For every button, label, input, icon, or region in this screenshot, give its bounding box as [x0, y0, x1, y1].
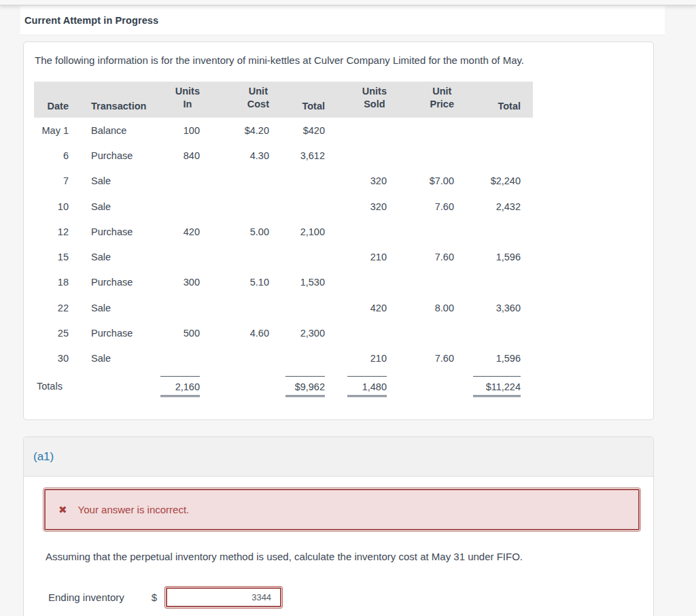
- incorrect-alert: ✖ Your answer is incorrect.: [44, 489, 640, 530]
- table-cell: 22: [34, 295, 75, 320]
- table-cell: [276, 169, 332, 194]
- table-cell: Sale: [75, 295, 152, 320]
- table-cell: [152, 346, 207, 371]
- table-cell: Purchase: [75, 270, 152, 295]
- answer-row: Ending inventory $: [48, 587, 653, 607]
- col-header-units-in: UnitsIn: [152, 82, 207, 118]
- table-cell: 210: [332, 244, 394, 269]
- table-cell: [332, 219, 394, 244]
- x-icon: ✖: [58, 504, 67, 516]
- table-cell: Purchase: [75, 320, 152, 345]
- table-cell: 25: [34, 320, 75, 345]
- table-cell: [461, 270, 533, 295]
- table-cell: Purchase: [75, 143, 152, 168]
- table-cell: 18: [34, 270, 75, 295]
- table-cell: May 1: [34, 118, 75, 143]
- totals-units-sold: 1,480: [347, 376, 387, 397]
- table-cell: 300: [152, 270, 207, 295]
- table-cell: [152, 194, 207, 219]
- col-header-units-sold: UnitsSold: [332, 82, 394, 118]
- table-cell: [276, 194, 332, 219]
- table-cell: $420: [276, 118, 332, 143]
- table-row: 7Sale320$7.00$2,240: [34, 169, 533, 194]
- totals-units-in: 2,160: [160, 376, 200, 397]
- page-title: Current Attempt in Progress: [24, 15, 158, 26]
- table-cell: Sale: [75, 169, 152, 194]
- table-cell: 210: [332, 346, 394, 371]
- table-cell: 5.00: [207, 219, 276, 244]
- table-cell: $2,240: [461, 169, 533, 194]
- table-cell: 6: [34, 143, 75, 168]
- col-header-total-in: Total: [276, 82, 332, 118]
- table-cell: [207, 295, 276, 320]
- table-cell: 15: [34, 244, 75, 269]
- table-cell: Sale: [75, 244, 152, 269]
- table-cell: [461, 118, 533, 143]
- table-cell: [461, 320, 533, 345]
- table-cell: 10: [34, 194, 75, 219]
- table-row: 15Sale2107.601,596: [34, 244, 533, 269]
- ending-inventory-label: Ending inventory: [48, 592, 124, 603]
- table-cell: 3,360: [461, 295, 533, 320]
- part-a1-header: (a1): [24, 437, 653, 477]
- table-cell: [276, 295, 332, 320]
- table-cell: [207, 244, 276, 269]
- table-cell: 7.60: [394, 346, 461, 371]
- table-cell: 4.60: [207, 320, 276, 345]
- col-header-total-sold: Total: [461, 82, 533, 118]
- inventory-table: Date Transaction UnitsIn UnitCost Total …: [34, 82, 533, 402]
- totals-sales: $11,224: [473, 376, 521, 397]
- totals-label: Totals: [34, 371, 75, 402]
- col-header-unit-price: UnitPrice: [394, 82, 461, 118]
- table-cell: [152, 244, 207, 269]
- table-cell: $4.20: [207, 118, 276, 143]
- table-cell: 100: [152, 118, 207, 143]
- table-cell: [332, 320, 394, 345]
- table-row: 10Sale3207.602,432: [34, 194, 533, 219]
- inventory-table-body: May 1Balance100$4.20$4206Purchase8404.30…: [34, 118, 533, 371]
- table-row: 18Purchase3005.101,530: [34, 270, 533, 295]
- table-cell: [394, 219, 461, 244]
- table-cell: [152, 169, 207, 194]
- table-cell: 840: [152, 143, 207, 168]
- top-divider: [0, 0, 696, 5]
- table-cell: 500: [152, 320, 207, 345]
- table-row: 6Purchase8404.303,612: [34, 143, 533, 168]
- table-cell: 2,432: [461, 194, 533, 219]
- table-cell: 5.10: [207, 270, 276, 295]
- inventory-table-header: Date Transaction UnitsIn UnitCost Total …: [34, 82, 533, 118]
- intro-text: The following information is for the inv…: [35, 54, 653, 66]
- table-cell: [461, 143, 533, 168]
- table-row: 12Purchase4205.002,100: [34, 219, 533, 244]
- part-a1-card: (a1) ✖ Your answer is incorrect. Assumin…: [23, 437, 654, 616]
- table-cell: 8.00: [394, 295, 461, 320]
- table-cell: $7.00: [394, 169, 461, 194]
- table-row: 22Sale4208.003,360: [34, 295, 533, 320]
- table-row: 25Purchase5004.602,300: [34, 320, 533, 345]
- table-cell: 4.30: [207, 143, 276, 168]
- table-cell: Sale: [75, 194, 152, 219]
- alert-text: Your answer is incorrect.: [78, 504, 190, 515]
- table-cell: [394, 143, 461, 168]
- table-cell: [332, 118, 394, 143]
- problem-card: The following information is for the inv…: [23, 41, 654, 420]
- totals-cost: $9,962: [285, 376, 325, 397]
- table-cell: 1,596: [461, 244, 533, 269]
- table-cell: Sale: [75, 346, 152, 371]
- table-cell: 7: [34, 169, 75, 194]
- ending-inventory-input[interactable]: [166, 587, 281, 607]
- table-cell: [276, 244, 332, 269]
- section-label: (a1): [33, 450, 54, 464]
- table-cell: [394, 270, 461, 295]
- table-cell: 320: [332, 194, 394, 219]
- table-cell: 320: [332, 169, 394, 194]
- table-cell: 12: [34, 219, 75, 244]
- col-header-transaction: Transaction: [75, 82, 152, 118]
- table-cell: 1,596: [461, 346, 533, 371]
- table-cell: 30: [34, 346, 75, 371]
- totals-row: Totals 2,160 $9,962 1,480 $11,224: [34, 371, 533, 402]
- table-cell: 420: [152, 219, 207, 244]
- question-text: Assuming that the perpetual inventory me…: [46, 551, 653, 562]
- currency-symbol: $: [152, 592, 157, 603]
- table-cell: Purchase: [75, 219, 152, 244]
